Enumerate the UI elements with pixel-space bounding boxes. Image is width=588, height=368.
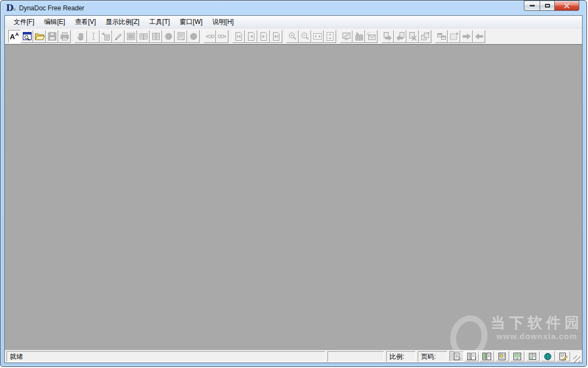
- thumbnails-view-button[interactable]: [465, 351, 479, 361]
- facing-pages-view-icon: [528, 352, 537, 361]
- windows-link-icon: [436, 31, 447, 42]
- toolbar: AA: [5, 28, 582, 44]
- pages-reorder-icon: [420, 31, 431, 42]
- image-frame-button[interactable]: [125, 30, 137, 43]
- prev-page-button[interactable]: [245, 30, 257, 43]
- menu-window[interactable]: 窗口[W]: [175, 16, 207, 28]
- text-select-button[interactable]: [87, 30, 100, 43]
- page-import-icon: [395, 31, 406, 42]
- minimize-button[interactable]: [524, 1, 540, 11]
- page-panel: 页码:: [418, 351, 447, 362]
- menu-help[interactable]: 说明[H]: [207, 16, 238, 28]
- client-area: 文件[F] 编辑[E] 查看[V] 显示比例[Z] 工具[T] 窗口[W] 说明…: [4, 15, 583, 363]
- facing-pages-view-button[interactable]: [525, 351, 540, 361]
- go-back-icon: [474, 31, 485, 42]
- menu-edit[interactable]: 编辑[E]: [39, 16, 70, 28]
- edit-page-icon: [558, 352, 568, 361]
- building-icon: [354, 31, 364, 42]
- book-button[interactable]: [137, 30, 150, 43]
- monitor-icon: [341, 31, 352, 42]
- print-button[interactable]: [58, 30, 71, 43]
- stamp-note-icon: [101, 31, 112, 42]
- fit-width-button[interactable]: [311, 30, 324, 43]
- bookmarks-view-button[interactable]: [480, 351, 494, 361]
- pencil-button[interactable]: [112, 30, 125, 43]
- maximize-button[interactable]: [540, 1, 555, 11]
- notes-view-button[interactable]: [495, 351, 509, 361]
- record-circle-icon: [188, 31, 199, 42]
- close-button[interactable]: [555, 1, 579, 11]
- next-view-icon: [217, 31, 228, 42]
- document-canvas: [5, 44, 582, 350]
- new-window-button[interactable]: [448, 30, 460, 43]
- page-preview-icon: [22, 31, 33, 42]
- window-controls: [524, 1, 579, 11]
- delete-page-button[interactable]: [406, 30, 419, 43]
- stamp-note-button[interactable]: [100, 30, 112, 43]
- hand-tool-button[interactable]: [75, 30, 87, 43]
- fit-height-button[interactable]: [324, 30, 336, 43]
- reorder-pages-button[interactable]: [419, 30, 431, 43]
- pages-text-icon: [151, 31, 162, 42]
- close-icon: [564, 3, 570, 9]
- status-bar: 就绪 比例: 页码:: [5, 350, 582, 363]
- forward-button[interactable]: [460, 30, 473, 43]
- edit-page-button[interactable]: [556, 351, 570, 361]
- status-message: 就绪: [7, 351, 325, 362]
- fit-height-icon: [325, 31, 336, 42]
- notes-view-icon: [497, 352, 507, 361]
- bookmarks-view-icon: [482, 352, 492, 361]
- record-circle-icon: [163, 31, 174, 42]
- status-extra-panel: [327, 351, 384, 362]
- export-page-button[interactable]: [381, 30, 394, 43]
- web-link-button[interactable]: [541, 351, 555, 361]
- fit-width-icon: [312, 31, 323, 42]
- svg-text:A: A: [15, 32, 19, 37]
- pages-text-button[interactable]: [150, 30, 162, 43]
- hand-tool-icon: [76, 31, 86, 42]
- go-forward-icon: [461, 31, 472, 42]
- print-icon: [59, 31, 70, 42]
- page-preview-button[interactable]: [21, 30, 33, 43]
- page-delete-icon: [407, 31, 418, 42]
- zoom-out-icon: [300, 31, 311, 42]
- resize-grip[interactable]: [573, 355, 580, 363]
- save-icon: [47, 31, 58, 42]
- record2-button[interactable]: [187, 30, 200, 43]
- tile-windows-button[interactable]: [435, 30, 448, 43]
- open-button[interactable]: [33, 30, 46, 43]
- menu-file[interactable]: 文件[F]: [9, 16, 39, 28]
- record-button[interactable]: [162, 30, 175, 43]
- next-page-button[interactable]: [257, 30, 270, 43]
- open-folder-icon: [34, 31, 45, 42]
- zoom-out-button[interactable]: [299, 30, 311, 43]
- save-button[interactable]: [46, 30, 58, 43]
- app-icon[interactable]: D: [6, 3, 16, 13]
- note-page-icon: [176, 31, 187, 42]
- send-mail-button[interactable]: [365, 30, 377, 43]
- import-page-button[interactable]: [394, 30, 406, 43]
- menu-bar: 文件[F] 编辑[E] 查看[V] 显示比例[Z] 工具[T] 窗口[W] 说明…: [5, 16, 582, 28]
- note-page-button[interactable]: [175, 30, 187, 43]
- font-size-button[interactable]: AA: [8, 30, 21, 43]
- window-title: DynaDoc Free Reader: [19, 4, 84, 12]
- single-page-view-icon: [451, 352, 461, 361]
- first-page-button[interactable]: [232, 30, 245, 43]
- prev-page-icon: [246, 31, 257, 42]
- app-window: D DynaDoc Free Reader 文件[F] 编辑[E] 查看[V] …: [0, 0, 587, 367]
- last-page-button[interactable]: [270, 30, 282, 43]
- zoom-in-button[interactable]: [286, 30, 299, 43]
- back-button[interactable]: [473, 30, 485, 43]
- fields-view-button[interactable]: [510, 351, 524, 361]
- screen-view-button[interactable]: [340, 30, 352, 43]
- next-page-icon: [258, 31, 269, 42]
- maximize-icon: [545, 4, 550, 8]
- prev-view-button[interactable]: [203, 30, 216, 43]
- menu-zoom[interactable]: 显示比例[Z]: [101, 16, 144, 28]
- thumbnails-view-icon: [467, 352, 476, 361]
- menu-view[interactable]: 查看[V]: [70, 16, 101, 28]
- next-view-button[interactable]: [216, 30, 228, 43]
- organization-button[interactable]: [352, 30, 365, 43]
- menu-tools[interactable]: 工具[T]: [144, 16, 175, 28]
- single-page-view-button[interactable]: [449, 351, 463, 361]
